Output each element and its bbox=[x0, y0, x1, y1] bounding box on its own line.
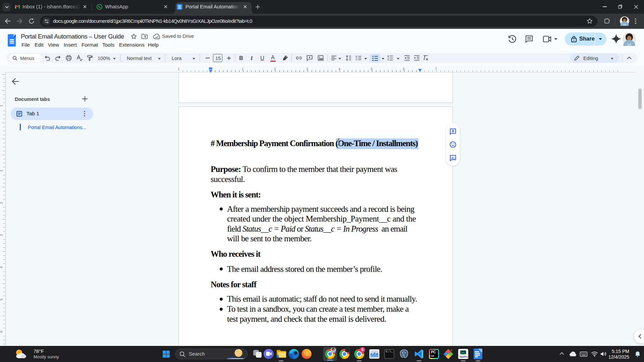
svg-text:GO: GO bbox=[462, 352, 465, 354]
